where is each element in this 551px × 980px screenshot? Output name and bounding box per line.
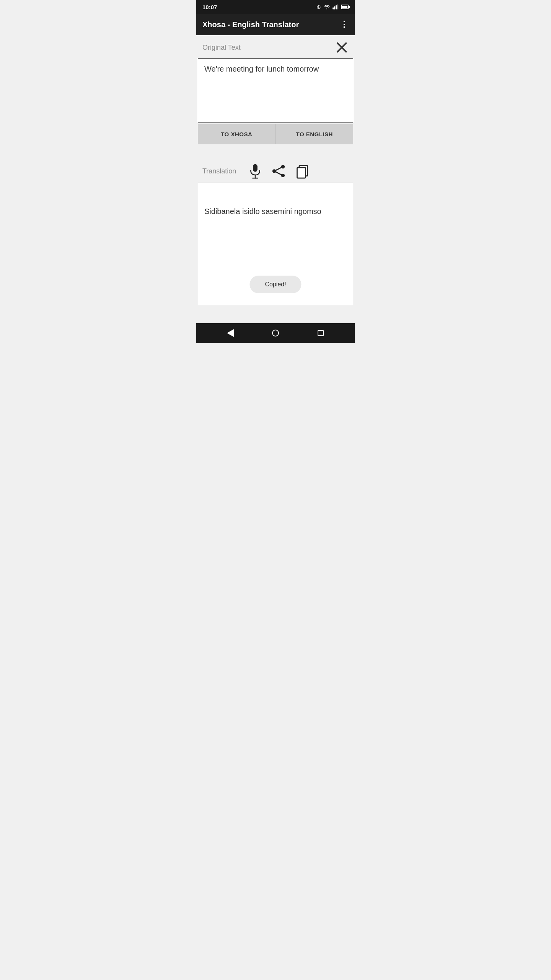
recent-apps-icon [318, 330, 324, 336]
svg-point-7 [281, 165, 285, 169]
status-icons: ⊕ [316, 4, 349, 10]
spacer [196, 144, 355, 160]
microphone-icon [248, 163, 262, 179]
nav-bar [196, 323, 355, 343]
svg-rect-1 [334, 6, 335, 9]
home-icon [272, 330, 279, 336]
home-button[interactable] [269, 326, 282, 340]
svg-rect-4 [253, 164, 258, 172]
original-text-container: We're meeting for lunch tomorrow [198, 58, 353, 122]
copy-translation-button[interactable] [295, 163, 310, 179]
main-content: Original Text We're meeting for lunch to… [196, 35, 355, 323]
recent-apps-button[interactable] [314, 326, 328, 340]
svg-rect-13 [297, 168, 306, 178]
translation-output-container: Sidibanela isidlo sasemini ngomso Copied… [198, 183, 353, 305]
dnd-icon: ⊕ [316, 4, 321, 10]
back-icon [227, 329, 234, 337]
translate-buttons-row: TO XHOSA TO ENGLISH [198, 124, 353, 144]
original-text-input[interactable]: We're meeting for lunch tomorrow [204, 65, 347, 114]
speak-translation-button[interactable] [248, 163, 262, 179]
signal-icon [333, 4, 339, 10]
app-title: Xhosa - English Translator [202, 20, 299, 29]
svg-line-10 [274, 167, 283, 171]
wifi-icon [323, 4, 330, 10]
svg-rect-3 [337, 5, 338, 10]
svg-point-8 [272, 169, 276, 173]
svg-point-9 [281, 174, 285, 178]
clear-text-button[interactable] [335, 41, 349, 54]
translation-text: Sidibanela isidlo sasemini ngomso [204, 207, 321, 216]
translate-to-xhosa-button[interactable]: TO XHOSA [198, 124, 276, 144]
share-translation-button[interactable] [271, 164, 286, 178]
app-bar: Xhosa - English Translator ⋮ [196, 14, 355, 35]
translation-header: Translation [196, 160, 355, 183]
original-text-label: Original Text [202, 44, 241, 52]
share-icon [271, 164, 286, 178]
copied-toast: Copied! [249, 276, 301, 293]
translate-to-english-button[interactable]: TO ENGLISH [276, 124, 354, 144]
svg-rect-0 [333, 8, 334, 10]
translation-label: Translation [202, 167, 236, 175]
status-bar: 10:07 ⊕ [196, 0, 355, 14]
back-button[interactable] [223, 326, 237, 340]
svg-line-11 [274, 171, 283, 175]
battery-icon [341, 5, 349, 9]
more-options-icon[interactable]: ⋮ [340, 20, 349, 29]
svg-rect-2 [336, 5, 337, 9]
copy-icon [295, 163, 310, 179]
status-time: 10:07 [202, 4, 217, 10]
original-text-header: Original Text [196, 35, 355, 58]
